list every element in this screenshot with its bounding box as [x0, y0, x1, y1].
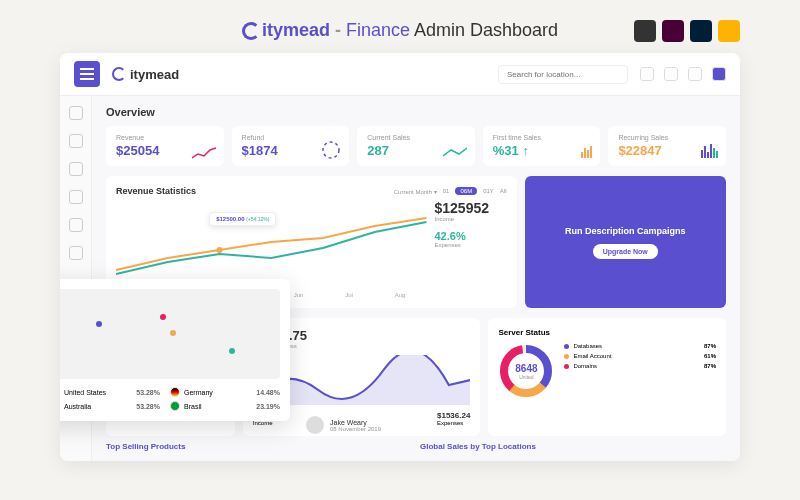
- kpi-revenue[interactable]: Revenue$25054: [106, 126, 224, 166]
- bottom-section-titles: Top Selling Products Global Sales by Top…: [106, 442, 726, 451]
- legend-databases: Databases87%: [564, 343, 716, 349]
- upgrade-button[interactable]: Upgrade Now: [593, 244, 658, 259]
- user-avatar: [306, 416, 324, 434]
- kpi-first-time[interactable]: First time Sales%31 ↑: [483, 126, 601, 166]
- figma-icon: [634, 20, 656, 42]
- bars-icon: [581, 146, 592, 158]
- photoshop-icon: [690, 20, 712, 42]
- map-item-br: Brasil23.19%: [170, 401, 280, 411]
- map-pin-us[interactable]: [96, 321, 102, 327]
- map-item-de: Germany14.48%: [170, 387, 280, 397]
- trend-icon: [443, 146, 467, 160]
- promo-card: Run Description Campaigns Upgrade Now: [525, 176, 727, 308]
- revenue-chart: $12500.00 (+54.12%): [116, 200, 427, 290]
- map-pin-au[interactable]: [229, 348, 235, 354]
- format-icons: [634, 20, 740, 42]
- kpi-recurring[interactable]: Recurring Sales$22847: [608, 126, 726, 166]
- sidebar-item-settings[interactable]: [69, 246, 83, 260]
- xd-icon: [662, 20, 684, 42]
- tab-all[interactable]: All: [500, 188, 507, 194]
- server-donut: 8648United: [498, 343, 554, 399]
- logo-icon: [112, 67, 126, 81]
- map-item-us: United States53.28%: [60, 387, 160, 397]
- global-sales-title: Global Sales by Top Locations: [420, 442, 726, 451]
- revenue-stats: $125952 Income 42.6% Expenses: [427, 200, 507, 298]
- topbar: itymead: [60, 53, 740, 96]
- legend-domains: Domains87%: [564, 363, 716, 369]
- user-name: Jake Weary: [330, 419, 381, 426]
- map-card: United States53.28% Germany14.48% Austra…: [60, 279, 290, 421]
- overview-title: Overview: [106, 106, 726, 118]
- logo-icon: [242, 22, 260, 40]
- dashboard: itymead Overview Revenue$25054 Refund$18…: [60, 53, 740, 461]
- logo[interactable]: itymead: [112, 67, 179, 82]
- kpi-current-sales[interactable]: Current Sales287: [357, 126, 475, 166]
- chart-tooltip: $12500.00 (+54.12%): [209, 212, 276, 226]
- sketch-icon: [718, 20, 740, 42]
- trend-up-icon: [192, 146, 216, 160]
- notification-icon[interactable]: [664, 67, 678, 81]
- svg-point-1: [216, 247, 222, 253]
- period-dropdown[interactable]: Current Month ▾: [394, 188, 437, 195]
- kpi-refund[interactable]: Refund$1874: [232, 126, 350, 166]
- world-map[interactable]: [60, 289, 280, 379]
- refund-icon: [321, 140, 341, 160]
- chart-title: Revenue Statistics: [116, 186, 196, 196]
- tab-01y[interactable]: 01Y: [483, 188, 494, 194]
- tab-01[interactable]: 01: [443, 188, 450, 194]
- map-pin-de[interactable]: [160, 314, 166, 320]
- chart-icon[interactable]: [640, 67, 654, 81]
- kpi-row: Revenue$25054 Refund$1874 Current Sales2…: [106, 126, 726, 166]
- map-legend: United States53.28% Germany14.48% Austra…: [60, 387, 280, 411]
- user-row[interactable]: Jake Weary08 November 2019: [306, 416, 726, 434]
- avatar[interactable]: [712, 67, 726, 81]
- sidebar-item-pages[interactable]: [69, 190, 83, 204]
- top-selling-title: Top Selling Products: [106, 442, 412, 451]
- sidebar-item-dashboard[interactable]: [69, 134, 83, 148]
- sidebar-item-apps[interactable]: [69, 162, 83, 176]
- promo-title: Run Description Campaigns: [565, 226, 686, 236]
- map-pin-af[interactable]: [170, 330, 176, 336]
- top-icons: [640, 67, 726, 81]
- tab-06m[interactable]: 06M: [455, 187, 477, 195]
- search-input[interactable]: [498, 65, 628, 84]
- svg-point-0: [323, 142, 339, 158]
- settings-icon[interactable]: [688, 67, 702, 81]
- sidebar-item-home[interactable]: [69, 106, 83, 120]
- legend-email: Email Account61%: [564, 353, 716, 359]
- sidebar-item-charts[interactable]: [69, 218, 83, 232]
- user-date: 08 November 2019: [330, 426, 381, 432]
- bars-icon: [701, 144, 718, 158]
- map-item-au: Australia53.28%: [60, 401, 160, 411]
- menu-button[interactable]: [74, 61, 100, 87]
